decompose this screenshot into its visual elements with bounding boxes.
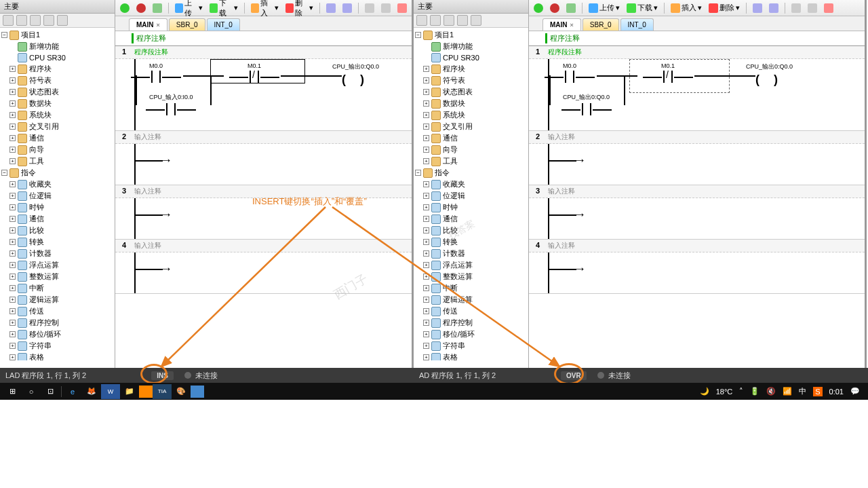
tree-item[interactable]: +收藏夹 [415,179,527,190]
tree-item[interactable]: +通信 [1,132,113,144]
stop-button[interactable] [134,3,148,14]
network-3[interactable]: 3输入注释→ [115,185,412,240]
tree-item[interactable]: +符号表 [1,75,113,86]
delete-button[interactable]: 删除 ▾ [707,2,742,14]
tree-category[interactable]: −指令 [1,167,113,179]
network-3[interactable]: 3输入注释→ [529,185,865,240]
tree-item[interactable]: +通信 [1,213,113,225]
contact-m00[interactable]: M0.0 [149,62,163,84]
tree-item[interactable]: +转换 [415,236,527,248]
contact-branch[interactable]: CPU_输出0:Q0.0 [563,93,610,117]
tree-item[interactable]: +计数器 [415,248,527,259]
tree-item[interactable]: +转换 [1,236,113,248]
tool-button[interactable] [340,3,354,14]
tree-item[interactable]: +浮点运算 [415,259,527,271]
tree-item[interactable]: +状态图表 [1,86,113,98]
tree-item[interactable]: +工具 [415,155,527,167]
tree-root[interactable]: −项目1 [1,29,113,41]
tree-item[interactable]: +工具 [1,155,113,167]
volume-icon[interactable]: 🔇 [766,387,776,396]
tab-MAIN[interactable]: MAIN× [129,18,167,31]
tree-item[interactable]: +移位/循环 [1,329,113,340]
tree-item[interactable]: +数据块 [415,98,527,109]
contact-m00[interactable]: M0.0 [563,62,576,84]
tree-item[interactable]: +程序控制 [415,317,527,329]
tab-INT_0[interactable]: INT_0 [620,18,654,31]
check-button[interactable] [564,3,578,14]
tree-item[interactable]: CPU SR30 [415,52,527,63]
tree-item[interactable]: +表格 [415,352,527,360]
tree-item[interactable]: +状态图表 [415,86,527,98]
clock[interactable]: 0:01 [829,388,844,396]
run-button[interactable] [118,3,132,14]
network-2[interactable]: 2输入注释→ [115,131,412,185]
tree-item[interactable]: +程序控制 [1,317,113,329]
tree-item[interactable]: +程序块 [1,63,113,75]
notifications-icon[interactable]: 💬 [850,387,860,396]
tree-item[interactable]: +字符串 [1,340,113,352]
tree-item[interactable]: +位逻辑 [415,190,527,202]
tree-item[interactable]: +逻辑运算 [1,294,113,305]
app-icon[interactable]: 🎨 [172,384,191,399]
tree-item[interactable]: +符号表 [415,75,527,86]
network-4[interactable]: 4输入注释→ [529,240,865,294]
tree-item[interactable]: +位逻辑 [1,190,113,202]
tree-item[interactable]: +向导 [1,144,113,155]
ladder-editor-right[interactable]: 程序注释1程序段注释M0.0M0.1/CPU_输出0:Q0.0( )CPU_输出… [529,31,865,383]
explorer-icon[interactable]: 📁 [120,384,139,399]
coil-cpu-out[interactable]: CPU_输出0:Q0.0( ) [746,62,793,87]
tab-INT_0[interactable]: INT_0 [207,18,240,31]
tree-item[interactable]: +比较 [415,225,527,236]
tool-button[interactable] [822,3,835,14]
tree-tool-icon[interactable] [443,15,454,26]
tool-button[interactable] [806,3,819,14]
tree-item[interactable]: +移位/循环 [415,329,527,340]
tab-MAIN[interactable]: MAIN× [542,18,581,31]
tree-item[interactable]: +中断 [415,282,527,294]
wifi-icon[interactable]: 📶 [783,387,792,396]
network-2[interactable]: 2输入注释→ [529,131,865,185]
tree-tool-icon[interactable] [457,15,468,26]
tree-item[interactable]: +程序块 [415,63,527,75]
tree-item[interactable]: +整数运算 [415,271,527,282]
tree-item[interactable]: 新增功能 [415,41,527,52]
ime-indicator[interactable]: 中 [799,386,806,396]
firefox-icon[interactable]: 🦊 [82,384,101,399]
tool-button[interactable] [379,3,393,14]
tree-item[interactable]: CPU SR30 [1,52,113,63]
contact-m01[interactable]: M0.1/ [248,62,261,84]
tree-item[interactable]: +数据块 [1,98,113,109]
tree-item[interactable]: +时钟 [1,202,113,213]
tree-item[interactable]: +向导 [415,144,527,155]
tree-item[interactable]: 新增功能 [1,41,113,52]
tree-item[interactable]: +计数器 [1,248,113,259]
tool-button[interactable] [395,3,409,14]
close-icon[interactable]: × [157,22,160,29]
tree-tool-icon[interactable] [3,15,14,26]
tool-button[interactable] [789,3,803,14]
tree-item[interactable]: +字符串 [415,340,527,352]
close-icon[interactable]: × [570,22,574,29]
tree-category[interactable]: −指令 [415,167,527,179]
tree-item[interactable]: +传送 [415,305,527,317]
tree-item[interactable]: +系统块 [1,109,113,121]
tree-tool-icon[interactable] [16,15,27,26]
insert-button[interactable]: 插入 ▾ [669,2,704,14]
coil-cpu-out[interactable]: CPU_输出0:Q0.0( ) [332,62,379,87]
start-button[interactable]: ⊞ [3,384,22,399]
tia-icon[interactable]: TIA [153,384,172,399]
battery-icon[interactable]: 🔋 [750,387,760,396]
tree-item[interactable]: +整数运算 [1,271,113,282]
tree-item[interactable]: +系统块 [415,109,527,121]
tree-item[interactable]: +传送 [1,305,113,317]
network-1[interactable]: 1程序段注释M0.0M0.1/CPU_输出0:Q0.0( )CPU_输入0:I0… [115,46,412,131]
upload-button[interactable]: 上传 ▾ [587,2,622,14]
tree-item[interactable]: +表格 [1,352,113,360]
tab-SBR_0[interactable]: SBR_0 [583,18,619,31]
ime-icon[interactable]: S [813,387,822,396]
weather-temp[interactable]: 18°C [716,388,733,396]
tree-item[interactable]: +中断 [1,282,113,294]
tree-item[interactable]: +通信 [415,213,527,225]
ie-icon[interactable]: e [63,384,82,399]
tree-root[interactable]: −项目1 [415,29,527,41]
